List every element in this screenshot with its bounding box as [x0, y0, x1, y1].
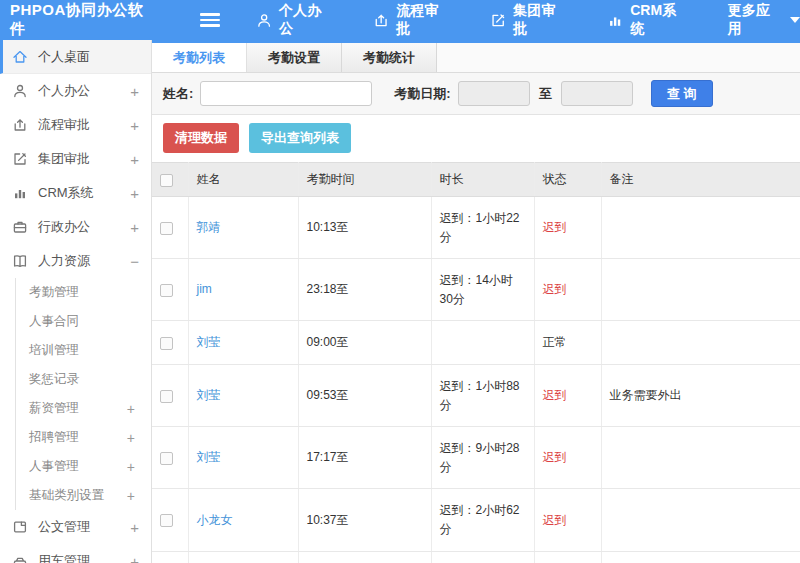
sidebar-subitem-base-category[interactable]: 基础类别设置+ — [16, 481, 151, 510]
expand-icon[interactable]: + — [130, 83, 139, 100]
row-checkbox[interactable] — [160, 222, 173, 235]
collapse-icon[interactable]: − — [130, 253, 139, 270]
nav-item-group-approval[interactable]: 集团审批 — [490, 2, 567, 38]
sidebar-item-hr[interactable]: 人力资源− — [0, 244, 151, 278]
nav-item-label: 个人办公 — [279, 2, 333, 38]
sidebar-subitem-recruit-mgmt[interactable]: 招聘管理+ — [16, 423, 151, 452]
hamburger-icon[interactable] — [200, 10, 219, 30]
employee-name-link[interactable]: 小龙女 — [197, 513, 233, 527]
tab-attendance-list[interactable]: 考勤列表 — [152, 43, 247, 72]
sidebar-subitem-training-mgmt[interactable]: 培训管理 — [16, 336, 151, 365]
expand-icon[interactable]: + — [127, 488, 135, 504]
edit-icon — [490, 12, 506, 29]
expand-icon[interactable]: + — [130, 553, 139, 563]
tab-attendance-stats[interactable]: 考勤统计 — [342, 43, 437, 72]
car-icon — [12, 553, 28, 563]
sidebar: 个人桌面个人办公+流程审批+集团审批+CRM系统+行政办公+人力资源−考勤管理人… — [0, 40, 152, 563]
employee-name-link[interactable]: 郭靖 — [197, 220, 221, 234]
note-cell — [601, 197, 800, 259]
status-badge: 迟到 — [543, 513, 567, 527]
sidebar-item-label: CRM系统 — [38, 184, 94, 202]
export-list-button[interactable]: 导出查询列表 — [249, 123, 351, 153]
edit-icon — [12, 151, 28, 167]
expand-icon[interactable]: + — [130, 117, 139, 134]
note-cell — [601, 489, 800, 551]
sidebar-subitem-attendance-mgmt[interactable]: 考勤管理 — [16, 278, 151, 307]
nav-item-workflow-approval[interactable]: 流程审批 — [373, 2, 450, 38]
doc-icon — [12, 519, 28, 535]
sidebar-item-crm[interactable]: CRM系统+ — [0, 176, 151, 210]
sidebar-item-vehicle-mgmt[interactable]: 用车管理+ — [0, 544, 151, 563]
sidebar-subitem-salary-mgmt[interactable]: 薪资管理+ — [16, 394, 151, 423]
nav-item-more-apps[interactable]: 更多应用 — [728, 2, 800, 38]
status-cell: 迟到 — [534, 489, 601, 551]
nav-item-crm[interactable]: CRM系统 — [607, 2, 688, 38]
sidebar-item-label: 流程审批 — [38, 116, 90, 134]
status-badge: 迟到 — [543, 450, 567, 464]
row-checkbox[interactable] — [160, 452, 173, 465]
tab-attendance-settings[interactable]: 考勤设置 — [247, 43, 342, 72]
employee-name-link[interactable]: 刘莹 — [197, 335, 221, 349]
sidebar-item-group-approval[interactable]: 集团审批+ — [0, 142, 151, 176]
user-icon — [12, 83, 28, 99]
sidebar-item-label: 集团审批 — [38, 150, 90, 168]
row-checkbox[interactable] — [160, 284, 173, 297]
name-label: 姓名: — [163, 85, 193, 103]
sidebar-subitem-personnel-mgmt[interactable]: 人事管理+ — [16, 452, 151, 481]
nav-item-label: 集团审批 — [513, 2, 567, 38]
employee-name-link[interactable]: jim — [197, 282, 212, 296]
sidebar-subitem-label: 考勤管理 — [29, 284, 79, 301]
duration-cell: 迟到：2小时62分 — [431, 489, 534, 551]
expand-icon[interactable]: + — [130, 519, 139, 536]
chevron-down-icon — [790, 17, 800, 23]
sidebar-item-personal-desktop[interactable]: 个人桌面 — [0, 40, 151, 74]
sidebar-subitem-label: 招聘管理 — [29, 429, 79, 446]
sidebar-subitem-hr-contract[interactable]: 人事合同 — [16, 307, 151, 336]
status-cell: 正常 — [534, 321, 601, 365]
expand-icon[interactable]: + — [127, 401, 135, 417]
status-badge: 迟到 — [543, 388, 567, 402]
row-checkbox[interactable] — [160, 337, 173, 350]
sidebar-subitem-label: 奖惩记录 — [29, 371, 79, 388]
row-checkbox[interactable] — [160, 390, 173, 403]
row-checkbox[interactable] — [160, 514, 173, 527]
status-badge: 正常 — [543, 335, 567, 349]
main-content: 考勤列表考勤设置考勤统计 姓名: 考勤日期: 至 查 询 清理数据 导出查询列表 — [152, 40, 800, 563]
search-button[interactable]: 查 询 — [651, 80, 713, 107]
attendance-time-cell: 09:00至 — [298, 321, 431, 365]
duration-cell: 迟到：1小时88分 — [431, 364, 534, 426]
date-from-input[interactable] — [458, 81, 530, 106]
nav-item-personal-office[interactable]: 个人办公 — [256, 2, 333, 38]
table-row: 管理员10:54至10:54迟到：2小时90分早退：7小时10分迟到/早退111… — [152, 551, 800, 563]
filter-bar: 姓名: 考勤日期: 至 查 询 — [152, 73, 800, 115]
sidebar-item-personal-office[interactable]: 个人办公+ — [0, 74, 151, 108]
date-to-input[interactable] — [561, 81, 633, 106]
chart-icon — [12, 185, 28, 201]
expand-icon[interactable]: + — [130, 185, 139, 202]
expand-icon[interactable]: + — [130, 219, 139, 236]
select-all-checkbox[interactable] — [160, 174, 173, 187]
home-icon — [12, 49, 28, 65]
user-icon — [256, 12, 272, 29]
sidebar-item-document-mgmt[interactable]: 公文管理+ — [0, 510, 151, 544]
sidebar-subitem-reward-punish[interactable]: 奖惩记录 — [16, 365, 151, 394]
attendance-time-cell: 10:37至 — [298, 489, 431, 551]
note-cell — [601, 259, 800, 321]
expand-icon[interactable]: + — [130, 151, 139, 168]
clean-data-button[interactable]: 清理数据 — [163, 123, 239, 153]
sidebar-item-workflow-approval[interactable]: 流程审批+ — [0, 108, 151, 142]
sidebar-item-label: 行政办公 — [38, 218, 90, 236]
duration-cell: 迟到：9小时28分 — [431, 427, 534, 489]
sidebar-item-admin-office[interactable]: 行政办公+ — [0, 210, 151, 244]
sidebar-subitem-label: 培训管理 — [29, 342, 79, 359]
nav-item-label: 更多应用 — [728, 2, 781, 38]
employee-name-link[interactable]: 刘莹 — [197, 450, 221, 464]
flow-icon — [373, 12, 389, 29]
table-row: 刘莹09:53至迟到：1小时88分迟到业务需要外出 — [152, 364, 800, 426]
status-badge: 迟到 — [543, 220, 567, 234]
expand-icon[interactable]: + — [127, 459, 135, 475]
employee-name-link[interactable]: 刘莹 — [197, 388, 221, 402]
expand-icon[interactable]: + — [127, 430, 135, 446]
app-header: PHPOA协同办公软件 个人办公流程审批集团审批CRM系统更多应用 — [0, 0, 800, 40]
name-input[interactable] — [200, 81, 372, 106]
